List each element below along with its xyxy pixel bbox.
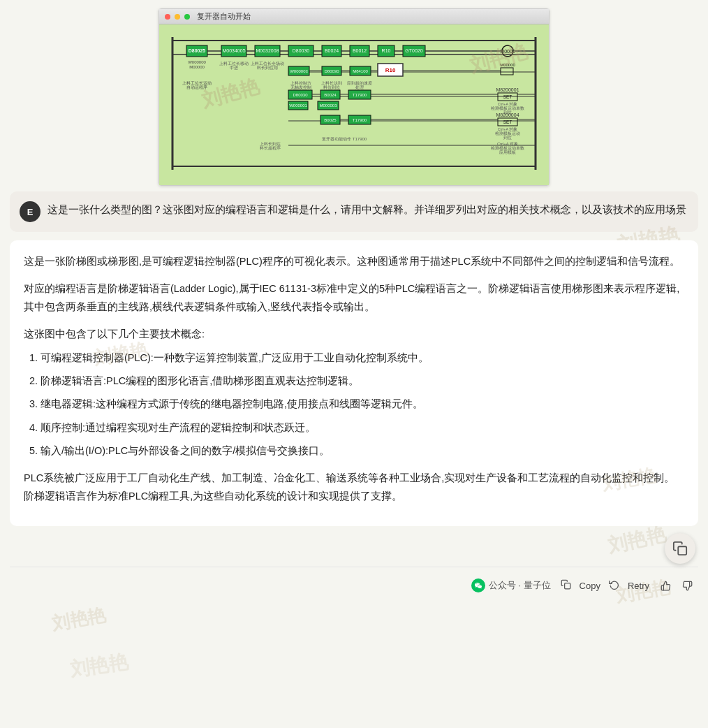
svg-text:M000003: M000003	[319, 103, 337, 108]
svg-text:B0025: B0025	[324, 118, 337, 122]
svg-text:T17900: T17900	[353, 118, 367, 122]
svg-text:R10: R10	[382, 48, 391, 53]
list-item: 输入/输出(I/O):PLC与外部设备之间的数字/模拟信号交换接口。	[40, 442, 684, 460]
svg-text:D80030: D80030	[324, 69, 339, 73]
svg-text:应到超的速度: 应到超的速度	[347, 80, 372, 85]
thumb-up-icon	[661, 581, 671, 591]
svg-text:M0034005: M0034005	[222, 48, 245, 53]
close-btn[interactable]	[165, 14, 170, 20]
answer-para3: PLC系统被广泛应用于工厂自动化生产线、加工制造、冶金化工、输送系统等各种工业场…	[24, 469, 684, 505]
diagram-content: D80025 M0034005 M0032008 D80030 B0024	[159, 24, 549, 185]
copy-icon	[561, 579, 571, 592]
answer-watermark-3: 刘艳艳	[50, 599, 109, 640]
answer-para1: 这是一张阶梯图或梯形图,是可编程逻辑控制器(PLC)程序的可视化表示。这种图通常…	[24, 253, 684, 270]
svg-text:M0032008: M0032008	[256, 48, 279, 53]
svg-text:到位: 到位	[503, 110, 512, 115]
list-item: 阶梯逻辑语言:PLC编程的图形化语言,借助梯形图直观表达控制逻辑。	[40, 372, 684, 390]
copy-button[interactable]: Copy	[577, 579, 603, 592]
wechat-brand: 公众号 · 量子位	[471, 578, 551, 592]
diagram-window: 复开器自动开始 D80025	[158, 8, 550, 186]
svg-text:D80025: D80025	[189, 48, 206, 53]
svg-text:T17900: T17900	[353, 93, 367, 97]
svg-text:B0024: B0024	[325, 48, 339, 53]
list-item: 继电器逻辑:这种编程方式源于传统的继电器控制电路,使用接点和线圈等逻辑元件。	[40, 395, 684, 413]
svg-text:W000000: W000000	[188, 60, 206, 64]
svg-text:料长到位用: 料长到位用	[257, 66, 278, 70]
svg-text:D80030: D80030	[293, 93, 308, 97]
answer-list: 可编程逻辑控制器(PLC):一种数字运算控制装置,广泛应用于工业自动化控制系统中…	[24, 349, 684, 460]
wechat-icon	[471, 578, 485, 592]
svg-text:SET: SET	[503, 119, 512, 124]
copy-float-icon	[672, 541, 688, 556]
svg-text:M00000: M00000	[189, 65, 205, 69]
svg-rect-48	[501, 68, 513, 75]
svg-text:R10: R10	[385, 67, 396, 73]
page-watermark-4: 刘艳艳	[68, 648, 130, 683]
answer-para2: 对应的编程语言是阶梯逻辑语言(Ladder Logic),属于IEC 61131…	[24, 280, 684, 316]
svg-text:W000003: W000003	[290, 69, 308, 73]
svg-text:无触发控制: 无触发控制	[290, 85, 311, 89]
svg-text:GT0020: GT0020	[405, 48, 422, 53]
svg-rect-105	[564, 583, 570, 589]
maximize-btn[interactable]	[184, 14, 190, 20]
answer-list-title: 这张图中包含了以下几个主要技术概念:	[24, 326, 684, 343]
svg-text:B0012: B0012	[353, 48, 367, 53]
svg-text:D80030: D80030	[293, 48, 310, 53]
svg-text:B0024: B0024	[324, 93, 337, 97]
svg-text:M0000: M0000	[500, 49, 515, 54]
retry-button[interactable]: Retry	[625, 579, 652, 592]
svg-text:到位: 到位	[503, 136, 512, 140]
retry-icon	[609, 579, 619, 592]
svg-text:上料控制方: 上料控制方	[290, 80, 311, 85]
thumb-up-button[interactable]	[658, 579, 674, 592]
svg-text:料位到位: 料位到位	[323, 85, 340, 89]
separator	[10, 567, 698, 567]
svg-text:自动运程序: 自动运程序	[186, 85, 207, 89]
list-item: 顺序控制:通过编程实现对生产流程的逻辑控制和状态跃迁。	[40, 419, 684, 437]
svg-text:M84100: M84100	[353, 69, 368, 73]
float-copy-button[interactable]	[665, 533, 695, 564]
window-title: 复开器自动开始	[197, 11, 251, 22]
svg-text:W000001: W000001	[289, 103, 307, 108]
diagram-titlebar: 复开器自动开始	[159, 9, 549, 24]
question-section: E 这是一张什么类型的图？这张图对应的编程语言和逻辑是什么，请用中文解释。并详细…	[10, 191, 698, 232]
svg-text:中进: 中进	[230, 66, 238, 70]
svg-text:应用模板: 应用模板	[499, 150, 516, 154]
thumb-down-button[interactable]	[679, 579, 695, 592]
svg-text:SET: SET	[503, 94, 512, 99]
svg-text:M8200001: M8200001	[496, 87, 519, 92]
minimize-btn[interactable]	[175, 14, 180, 20]
question-text: 这是一张什么类型的图？这张图对应的编程语言和逻辑是什么，请用中文解释。并详细罗列…	[47, 201, 686, 218]
page-wrapper: 复开器自动开始 D80025	[0, 0, 708, 728]
svg-rect-104	[678, 546, 686, 555]
svg-text:M00000: M00000	[500, 63, 515, 67]
brand-name: 公众号 · 量子位	[489, 579, 551, 592]
svg-text:处理: 处理	[355, 85, 364, 89]
svg-text:复开器功能动作: 复开器功能动作	[322, 137, 351, 141]
thumb-down-icon	[682, 581, 693, 591]
ladder-diagram-svg: D80025 M0034005 M0032008 D80030 B0024	[165, 30, 543, 177]
svg-text:T17900: T17900	[353, 137, 367, 141]
footer-bar: 公众号 · 量子位 Copy Retry	[0, 574, 708, 599]
action-buttons: Copy Retry	[561, 579, 695, 592]
svg-text:料长超程序: 料长超程序	[260, 145, 281, 150]
wechat-logo-icon	[474, 581, 482, 590]
user-avatar: E	[20, 201, 40, 222]
answer-section: 刘艳艳 刘艳艳 刘艳艳 刘艳艳 这是一张阶梯图或梯形图,是可编程逻辑控制器(PL…	[10, 240, 698, 526]
diagram-outer: 复开器自动开始 D80025	[0, 0, 708, 191]
list-item: 可编程逻辑控制器(PLC):一种数字运算控制装置,广泛应用于工业自动化控制系统中…	[40, 349, 684, 367]
